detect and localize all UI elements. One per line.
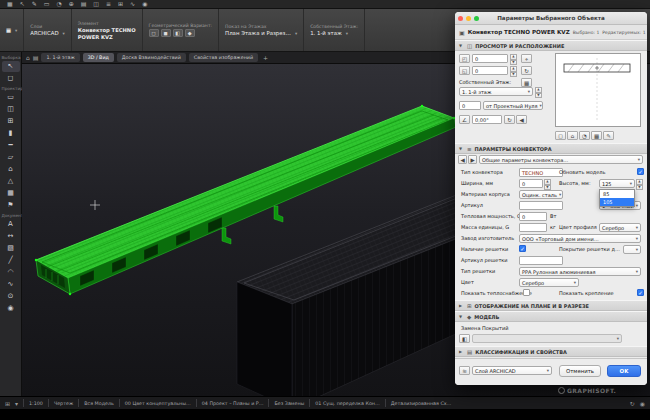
home-story-combo[interactable]: 1. 1-й этаж [459,87,533,96]
pane-icon[interactable]: ⊞ [5,400,10,407]
camera-icon[interactable]: ◉ [142,0,147,8]
statusbar-item-layer-combination[interactable]: 04 Проект – Планы и Р… [202,401,264,406]
layer-combo[interactable]: Слой ARCHICAD [472,366,552,375]
view-tab-3d[interactable]: 3D / Вид [83,53,114,62]
preview-notes-icon[interactable]: ✎ [603,131,614,140]
door-icon[interactable]: ◫ [93,0,99,8]
rotate-icon[interactable]: ◔ [56,0,61,8]
geometry-variant-1-icon[interactable]: ◻ [149,29,159,37]
mirror-icon[interactable]: ◀ [516,115,527,124]
position-y-field[interactable] [472,66,508,75]
view-tab-story[interactable]: 1. 1-й этаж [41,53,79,62]
param-combo-grille-type[interactable]: РРА Рулонная алюминиевая [519,267,641,276]
cancel-button[interactable]: Отменить [559,365,601,377]
list-icon[interactable]: ≡ [106,0,111,8]
chevron-icon[interactable]: ▾ [15,400,18,407]
param-combo-profile-color[interactable]: Серебро [599,223,641,232]
dialog-titlebar[interactable]: Параметры Выбранного Объекта [455,12,647,25]
window-icon[interactable]: ⊞ [118,0,123,8]
anchor-y-icon[interactable]: ◱ [459,66,470,75]
close-button[interactable] [458,16,463,21]
zoom-button[interactable] [474,16,479,21]
geometry-variant-3-icon[interactable]: ◧ [173,29,183,37]
options-icon[interactable]: ▦ [6,27,11,33]
story-display-value[interactable]: План Этажа и Разрез… [225,30,297,36]
elevation-datum-combo[interactable]: от Проектный Нуля [483,101,543,110]
roof-tool[interactable]: ⌂ [2,164,20,175]
section-model[interactable]: ◆ МОДЕЛЬ [455,311,647,322]
spline-tool[interactable]: ∿ [2,279,20,290]
line-tool[interactable]: ╱ [2,255,20,266]
param-combo-grille-cover[interactable] [623,245,641,254]
pencil-icon[interactable]: ✎ [32,0,37,8]
camera-tool[interactable]: ◉ [2,303,20,314]
add-icon[interactable]: ⊕ [69,0,74,8]
wall-tool[interactable]: ▭ [2,92,20,103]
statusbar-item-pen-set[interactable]: 00 Цвет концептуальны… [125,401,191,406]
target-icon[interactable]: ⌖ [521,54,532,63]
height-dropdown-list[interactable]: 85 105 [599,189,635,207]
toolbar-home-story-group[interactable]: Собственный Этаж: 1. 1-й этаж [304,9,365,51]
param-field-mass[interactable] [519,223,547,232]
toolbar-layer-group[interactable]: Слои ARCHICAD [24,9,71,51]
rotation-angle-field[interactable] [472,115,502,124]
height-option-85[interactable]: 85 [600,190,634,198]
param-field-type[interactable]: TECHNO [519,168,563,177]
statusbar-item-drawing[interactable]: Чертеж [54,401,73,406]
preview-plan-icon[interactable]: ◻ [555,131,566,140]
preview-axon-icon[interactable]: ▦ [591,131,602,140]
column-tool[interactable]: ▮ [2,128,20,139]
arrow-tool[interactable]: ↖ [2,61,20,72]
refresh-icon[interactable]: ↻ [630,400,635,407]
geometry-variant-2-icon[interactable]: ◼ [161,29,171,37]
mesh-tool[interactable]: ▦ [2,188,20,199]
param-combo-factory[interactable]: ООО «Торговый дом имени… [519,234,641,243]
box-icon[interactable]: ▭ [44,0,50,8]
select-icon[interactable]: ↖ [20,0,25,8]
param-combo-color[interactable]: Серебро [519,278,579,287]
section-preview-position[interactable]: ◫ ПРОСМОТР И РАСПОЛОЖЕНИЕ [455,40,647,51]
arc-tool[interactable]: ◠ [2,267,20,278]
x-stepper[interactable]: ▲▼ [510,54,517,63]
layers-icon[interactable]: ▤ [81,0,87,8]
paint-bucket-icon[interactable]: ◧ [459,334,470,343]
height-option-105[interactable]: 105 [600,198,634,206]
tree-icon[interactable]: ▤ [33,54,39,61]
home-story-value[interactable]: 1. 1-й этаж [310,30,358,36]
layer-group-value[interactable]: ARCHICAD [30,30,64,36]
grid-snap-icon[interactable]: ▦ [521,78,532,87]
marquee-tool[interactable]: ◻ [2,73,20,84]
param-checkbox-grille[interactable] [519,245,526,252]
param-checkbox-show-heat[interactable] [523,289,530,296]
statusbar-item-model-filter[interactable]: Вся Модель [84,401,114,406]
target-icon[interactable]: ◉ [640,400,645,407]
surface-override-combo[interactable] [472,334,622,343]
ok-button[interactable]: OK [607,365,641,377]
params-page-combo[interactable]: Общие параметры конвектора… [479,155,643,164]
rotate-ccw-icon[interactable]: ↻ [504,115,515,124]
anchor-x-icon[interactable]: ◰ [459,54,470,63]
param-field-power[interactable] [519,212,547,221]
grid-icon[interactable]: ▦ [7,0,13,8]
param-field-grille-article[interactable] [519,256,563,265]
preview-3d-icon[interactable]: ◔ [579,131,590,140]
scale-selector[interactable]: 1:100 [29,401,43,406]
params-page-back-icon[interactable]: ◀ [458,155,467,164]
geometry-variant-4-icon[interactable]: ◆ [185,29,195,37]
statusbar-item-overrides[interactable]: Без Замены [274,401,304,406]
dimension-tool[interactable]: ↔ [2,231,20,242]
section-plan-display[interactable]: ⊞ ОТОБРАЖЕНИЕ НА ПЛАНЕ И В РАЗРЕЗЕ [455,300,647,311]
door-tool[interactable]: ◫ [2,104,20,115]
preview-front-icon[interactable]: ⌂ [567,131,578,140]
param-combo-material[interactable]: Оцинк. сталь [519,190,563,199]
beam-tool[interactable]: ━ [2,140,20,151]
elevation-offset-field[interactable] [459,101,481,110]
param-combo-height[interactable]: 125 [599,179,635,188]
section-convector-params[interactable]: ≡ ПАРАМЕТРЫ КОНВЕКТОРА [455,143,647,154]
view-tab-board[interactable]: Доска Взаимодействий [117,53,186,62]
window-tool[interactable]: ⊞ [2,116,20,127]
height-stepper[interactable]: ▲▼ [636,179,643,188]
text-tool[interactable]: A [2,219,20,230]
view-tab-images[interactable]: Свойства изображений [189,53,258,62]
story-stepper[interactable]: ▲▼ [535,87,542,96]
